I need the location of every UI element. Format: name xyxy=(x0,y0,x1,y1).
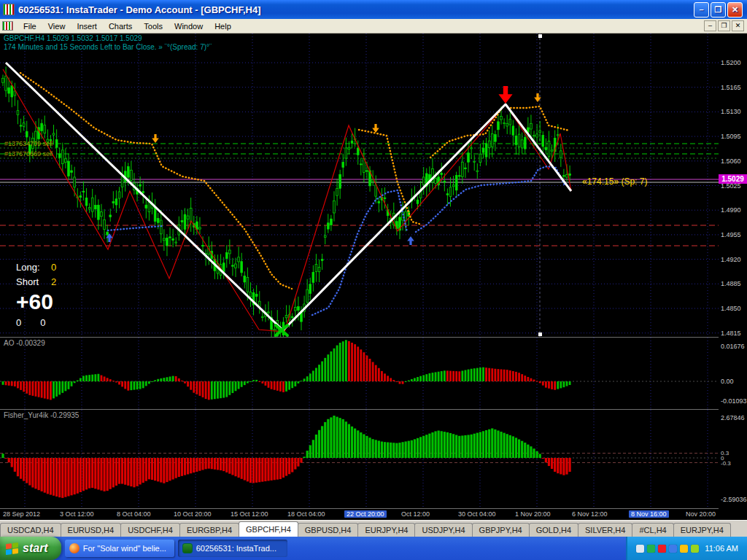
mdi-minimize-button[interactable]: – xyxy=(704,20,716,31)
ao-indicator-pane[interactable] xyxy=(0,338,719,408)
app-icon xyxy=(3,4,15,15)
menu-item-help[interactable]: Help xyxy=(209,20,237,33)
menu-item-file[interactable]: File xyxy=(18,20,42,33)
fisher-level-down: -0.3 xyxy=(721,460,731,467)
price-axis-label: 1.4955 xyxy=(721,231,741,238)
short-value: 2 xyxy=(51,276,56,287)
tray-icon[interactable] xyxy=(669,545,677,553)
price-axis-label: 1.5025 xyxy=(721,182,741,190)
title-bar[interactable]: 60256531: InstaTrader - Demo Account - [… xyxy=(0,0,747,19)
tab-gbpusd-h4[interactable]: GBPUSD,H4 xyxy=(298,523,359,537)
sells-count: 0 xyxy=(40,317,45,328)
taskbar-clock: 11:06 AM xyxy=(702,544,741,553)
time-axis-label: 3 Oct 12:00 xyxy=(60,510,94,518)
menu-item-charts[interactable]: Charts xyxy=(103,20,138,33)
time-axis-label: 22 Oct 20:00 xyxy=(344,510,387,518)
time-axis-label: Oct 12:00 xyxy=(401,510,430,518)
price-axis-label: 1.5200 xyxy=(721,59,741,66)
price-axis-label: 1.5165 xyxy=(721,84,741,91)
menu-item-view[interactable]: View xyxy=(42,20,71,33)
price-axis-label: 1.4920 xyxy=(721,256,741,263)
ao-scale-zero: 0.00 xyxy=(721,378,734,385)
system-tray: 11:06 AM xyxy=(626,537,747,560)
fisher-indicator-label: Fisher_Yur4ik -0.29935 xyxy=(4,411,79,419)
tab-usdcad-h4[interactable]: USDCAD,H4 xyxy=(0,523,61,537)
instatrader-icon xyxy=(182,543,193,553)
tray-icon[interactable] xyxy=(658,545,666,553)
chart-tabs: USDCAD,H4EURUSD,H4USDCHF,H4EURGBP,H4GBPC… xyxy=(0,520,747,537)
price-axis: 1.5029 0.01676 0.00 -0.01093 2.67846 0.3… xyxy=(719,34,747,520)
tray-icon[interactable] xyxy=(680,545,688,553)
price-axis-label: 1.5095 xyxy=(721,133,741,140)
time-axis-label: 28 Sep 2012 xyxy=(3,510,40,518)
tab-gold-h4[interactable]: GOLD,H4 xyxy=(529,523,578,537)
time-axis-label: 1 Nov 20:00 xyxy=(515,510,551,518)
price-axis-label: 1.4815 xyxy=(721,330,741,337)
time-axis-label: 6 Nov 12:00 xyxy=(572,510,608,518)
long-value: 0 xyxy=(51,262,56,273)
application-window: 60256531: InstaTrader - Demo Account - [… xyxy=(0,0,747,560)
tray-icon[interactable] xyxy=(691,545,699,553)
taskbar: start For "Solar wind" belie... 60256531… xyxy=(0,537,747,560)
minimize-button[interactable]: – xyxy=(694,2,709,18)
long-label: Long: xyxy=(16,262,51,273)
ao-scale-bottom: -0.01093 xyxy=(721,397,747,405)
menu-item-insert[interactable]: Insert xyxy=(71,20,103,33)
tab-silver-h4[interactable]: SILVER,H4 xyxy=(578,523,632,537)
menu-bar: FileViewInsertChartsToolsWindowHelp – ❐ … xyxy=(0,19,747,34)
tray-icons xyxy=(636,542,702,555)
taskbar-item-instatrader[interactable]: 60256531: InstaTrad... xyxy=(178,540,287,557)
price-axis-label: 1.4990 xyxy=(721,206,741,214)
time-axis: 28 Sep 20123 Oct 12:008 Oct 04:0010 Oct … xyxy=(0,509,719,520)
time-axis-label: Nov 20:00 xyxy=(686,510,716,518)
price-axis-label: 1.4885 xyxy=(721,280,741,287)
tab-usdjpy-h4[interactable]: USDJPY,H4 xyxy=(414,523,472,537)
tab-eurjpy-h4[interactable]: EURJPY,H4 xyxy=(673,523,731,537)
time-axis-label: 15 Oct 12:00 xyxy=(231,510,268,518)
start-button[interactable]: start xyxy=(0,537,61,560)
time-axis-label: 8 Nov 16:00 xyxy=(629,510,669,518)
buys-count: 0 xyxy=(16,317,21,328)
symbol-ohlc-label: GBPCHF,H4 1.5029 1.5032 1.5017 1.5029 xyxy=(4,34,142,42)
time-axis-label: 10 Oct 20:00 xyxy=(174,510,212,518)
time-axis-label: 18 Oct 04:00 xyxy=(287,510,325,518)
tab-gbpchf-h4[interactable]: GBPCHF,H4 xyxy=(239,521,298,537)
price-axis-label: 1.5060 xyxy=(721,158,741,165)
profit-value: +60 xyxy=(16,290,56,314)
spread-note: «174:15» (Sp: 7) xyxy=(582,176,647,187)
close-button[interactable]: ✕ xyxy=(727,2,743,18)
menu-item-window[interactable]: Window xyxy=(169,20,209,33)
mdi-close-button[interactable]: ✕ xyxy=(732,20,744,31)
tray-icon[interactable] xyxy=(636,545,644,553)
fisher-indicator-pane[interactable] xyxy=(0,410,719,508)
restore-button[interactable]: ❐ xyxy=(711,2,726,18)
mdi-restore-button[interactable]: ❐ xyxy=(718,20,730,31)
tab-usdchf-h4[interactable]: USDCHF,H4 xyxy=(120,523,180,537)
start-label: start xyxy=(23,542,48,555)
pane-divider[interactable] xyxy=(0,409,747,410)
tray-icon[interactable] xyxy=(647,545,655,553)
menu-items: FileViewInsertChartsToolsWindowHelp xyxy=(18,22,237,31)
order-label: #137670669 sell xyxy=(4,150,53,158)
browser-icon xyxy=(69,543,80,553)
chart-area[interactable]: GBPCHF,H4 1.5029 1.5032 1.5017 1.5029 17… xyxy=(0,34,747,520)
price-axis-label: 1.4850 xyxy=(721,305,741,312)
pane-divider[interactable] xyxy=(0,337,747,338)
order-label: #137634709 sell xyxy=(4,140,53,147)
ao-indicator-label: AO -0.00329 xyxy=(4,339,45,347)
menu-item-tools[interactable]: Tools xyxy=(138,20,169,33)
tab-eurusd-h4[interactable]: EURUSD,H4 xyxy=(61,523,122,537)
time-axis-label: 8 Oct 04:00 xyxy=(117,510,151,518)
tab-eurgbp-h4[interactable]: EURGBP,H4 xyxy=(179,523,239,537)
chart-window-icon xyxy=(2,21,13,31)
price-axis-label: 1.5130 xyxy=(721,108,741,115)
short-label: Short xyxy=(16,276,51,287)
ea-stats-panel: Long: 0 Short 2 +60 0 0 xyxy=(16,260,56,328)
tab-gbpjpy-h4[interactable]: GBPJPY,H4 xyxy=(472,523,530,537)
taskbar-item-browser[interactable]: For "Solar wind" belie... xyxy=(65,540,174,557)
tab--cl-h4[interactable]: #CL,H4 xyxy=(632,523,673,537)
tab-eurjpy-h4[interactable]: EURJPY,H4 xyxy=(357,523,415,537)
mdi-window-controls: – ❐ ✕ xyxy=(704,20,744,31)
window-title: 60256531: InstaTrader - Demo Account - [… xyxy=(18,4,694,15)
ao-scale-top: 0.01676 xyxy=(721,343,745,350)
